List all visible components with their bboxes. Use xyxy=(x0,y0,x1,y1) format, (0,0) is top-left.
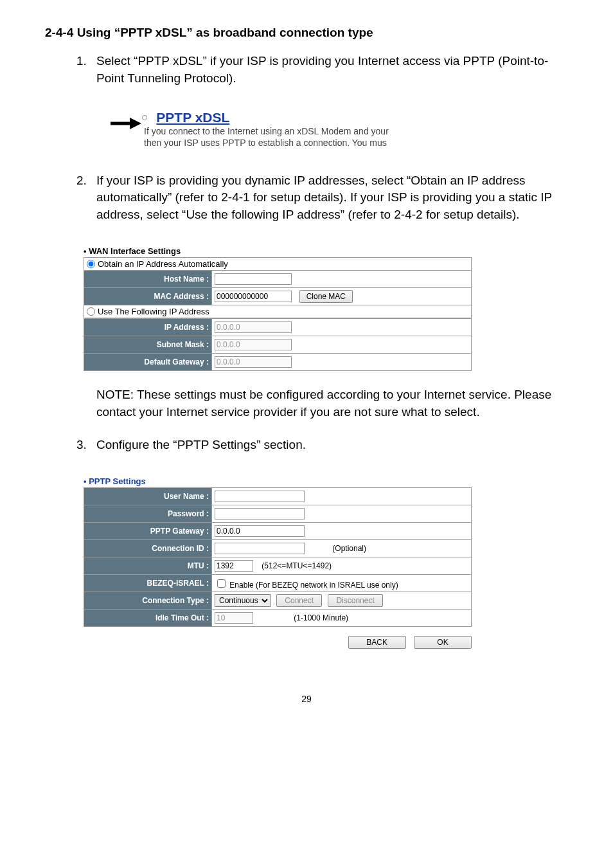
mac-address-input[interactable] xyxy=(215,291,292,302)
connect-button[interactable]: Connect xyxy=(276,594,322,607)
radio-obtain-auto[interactable] xyxy=(87,260,95,268)
default-gateway-label: Default Gateway : xyxy=(84,354,212,371)
pptp-gateway-input[interactable] xyxy=(215,525,305,537)
bezeq-checkbox[interactable] xyxy=(217,579,226,588)
wan-settings-title: WAN Interface Settings xyxy=(84,246,472,256)
radio-obtain-auto-label: Obtain an IP Address Automatically xyxy=(98,259,228,269)
ok-button[interactable]: OK xyxy=(414,636,472,649)
note-text: NOTE: These settings must be configured … xyxy=(96,386,568,420)
connection-id-label: Connection ID : xyxy=(84,540,212,557)
host-name-input[interactable] xyxy=(215,273,292,285)
radio-use-following[interactable] xyxy=(87,307,95,316)
pptp-xdsl-link[interactable]: PPTP xDSL xyxy=(156,110,229,125)
arrow-icon xyxy=(109,114,141,133)
user-name-label: User Name : xyxy=(84,488,212,505)
subnet-mask-input[interactable] xyxy=(215,339,292,350)
back-button[interactable]: BACK xyxy=(348,636,406,649)
step-3: Configure the “PPTP Settings” section. xyxy=(90,437,568,454)
connection-id-optional: (Optional) xyxy=(332,544,366,553)
connection-type-select[interactable]: Continuous xyxy=(215,594,271,607)
mac-address-label: MAC Address : xyxy=(84,288,212,305)
pptp-xdsl-radio-icon: ○ xyxy=(141,111,148,123)
section-title: 2-4-4 Using “PPTP xDSL” as broadband con… xyxy=(45,26,568,40)
host-name-label: Host Name : xyxy=(84,271,212,288)
pptp-xdsl-desc-1: If you connect to the Internet using an … xyxy=(144,125,389,137)
connection-id-input[interactable] xyxy=(215,543,305,554)
bezeq-enable-label: Enable (For BEZEQ network in ISRAEL use … xyxy=(229,581,398,590)
mtu-input[interactable] xyxy=(215,560,253,572)
ip-address-input[interactable] xyxy=(215,321,292,333)
idle-timeout-range: (1-1000 Minute) xyxy=(294,613,348,622)
connection-type-label: Connection Type : xyxy=(84,592,212,610)
password-label: Password : xyxy=(84,505,212,523)
step-2: If your ISP is providing you dynamic IP … xyxy=(90,172,568,224)
password-input[interactable] xyxy=(215,508,305,520)
radio-use-following-row[interactable]: Use The Following IP Address xyxy=(84,305,472,318)
mtu-range: (512<=MTU<=1492) xyxy=(262,561,332,570)
bezeq-label: BEZEQ-ISRAEL : xyxy=(84,575,212,592)
step-1: Select “PPTP xDSL” if your ISP is provid… xyxy=(90,53,568,87)
clone-mac-button[interactable]: Clone MAC xyxy=(299,290,353,303)
pptp-xdsl-desc-2: then your ISP uses PPTP to establish a c… xyxy=(144,137,389,149)
idle-timeout-label: Idle Time Out : xyxy=(84,610,212,627)
disconnect-button[interactable]: Disconnect xyxy=(328,594,382,607)
pptp-gateway-label: PPTP Gateway : xyxy=(84,523,212,540)
ip-address-label: IP Address : xyxy=(84,319,212,336)
mtu-label: MTU : xyxy=(84,557,212,575)
radio-obtain-auto-row[interactable]: Obtain an IP Address Automatically xyxy=(84,257,472,270)
pptp-settings-title: PPTP Settings xyxy=(84,476,472,486)
user-name-input[interactable] xyxy=(215,491,305,502)
radio-use-following-label: Use The Following IP Address xyxy=(98,307,209,316)
subnet-mask-label: Subnet Mask : xyxy=(84,336,212,354)
default-gateway-input[interactable] xyxy=(215,356,292,368)
page-number: 29 xyxy=(45,694,568,704)
svg-marker-1 xyxy=(130,118,141,129)
idle-timeout-input[interactable] xyxy=(215,612,253,624)
